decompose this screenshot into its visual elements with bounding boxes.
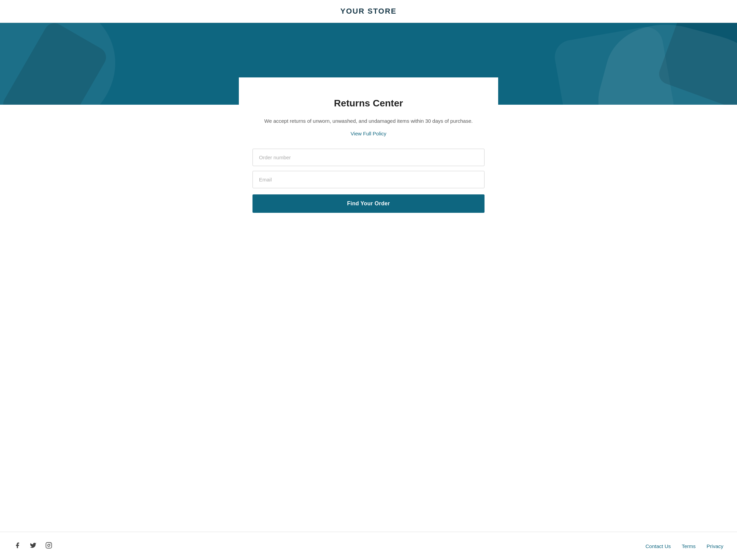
hero-shape-1 [0,23,110,105]
facebook-icon [14,542,21,549]
returns-card: Returns Center We accept returns of unwo… [239,77,498,511]
order-number-input[interactable] [252,149,485,166]
instagram-link[interactable] [45,542,53,550]
find-order-button[interactable]: Find Your Order [252,194,485,213]
returns-description: We accept returns of unworn, unwashed, a… [252,117,485,125]
view-policy-link[interactable]: View Full Policy [252,131,485,136]
footer-links: Contact Us Terms Privacy [646,543,723,549]
privacy-link[interactable]: Privacy [707,543,723,549]
returns-title: Returns Center [252,98,485,109]
terms-link[interactable]: Terms [682,543,696,549]
contact-us-link[interactable]: Contact Us [646,543,671,549]
main-content: Returns Center We accept returns of unwo… [0,105,737,532]
footer: Contact Us Terms Privacy [0,532,737,560]
hero-shape-3 [656,23,737,105]
twitter-link[interactable] [29,542,37,550]
site-header: YOUR STORE [0,0,737,23]
svg-rect-0 [46,543,52,548]
email-input[interactable] [252,171,485,188]
site-title: YOUR STORE [340,7,396,15]
social-links [14,542,53,550]
instagram-icon [45,542,53,549]
twitter-icon [29,542,37,549]
hero-shape-2 [552,24,676,105]
facebook-link[interactable] [14,542,21,550]
order-number-group [252,149,485,166]
email-group [252,171,485,188]
